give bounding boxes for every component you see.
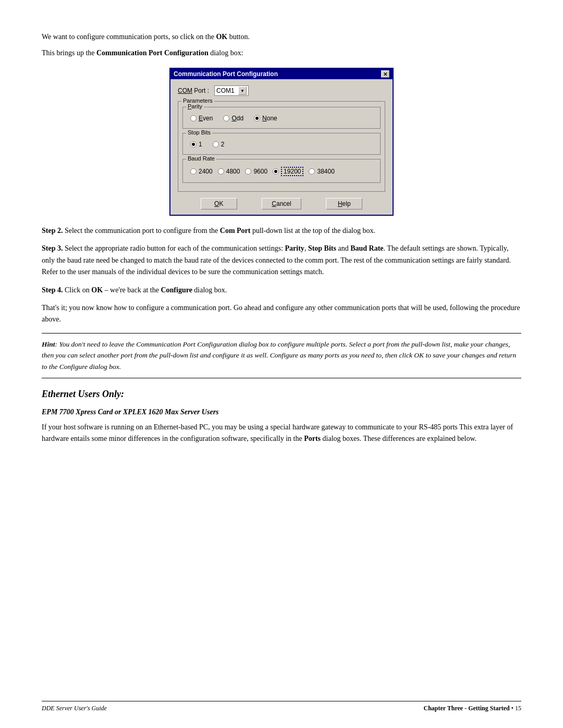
baud-19200-label: 19200	[281, 167, 303, 176]
step3-bold: Step 3.	[42, 244, 63, 252]
ethernet-section-heading: Ethernet Users Only:	[42, 389, 521, 400]
step4-text: Step 4. Click on OK – we're back at the …	[42, 285, 521, 296]
ports-bold: OK	[216, 33, 227, 41]
baud-9600-radio[interactable]	[245, 168, 251, 175]
step4-bold: Step 4.	[42, 286, 63, 294]
ports-bold-epm: Ports	[304, 435, 321, 442]
dialog-title: Communication Port Configuration	[174, 70, 278, 78]
stop-bits-bold: Stop Bits	[308, 244, 336, 252]
baud-rate-radio-row: 2400 4800 9600	[187, 165, 376, 178]
parity-none[interactable]: None	[254, 115, 277, 122]
intro-line2: This brings up the Communication Port Co…	[42, 47, 521, 58]
com-port-label: COM Port :	[178, 87, 209, 94]
com-port-value: COM1	[216, 87, 237, 94]
dialog-name-bold: Communication Port Configuration	[96, 49, 209, 57]
baud-9600-label: 9600	[253, 168, 267, 175]
hint-label: Hint: You don't need to leave the Commun…	[42, 340, 516, 371]
epm-body-text: If your host software is running on an E…	[42, 422, 521, 445]
footer-chapter: Chapter Three - Getting Started	[423, 705, 509, 712]
cancel-button[interactable]: Cancel	[262, 198, 301, 209]
baud-19200-radio[interactable]	[273, 168, 279, 175]
dialog-titlebar: Communication Port Configuration ✕	[170, 69, 393, 79]
stop-bits-1[interactable]: 1	[190, 141, 202, 148]
parity-odd-label: Odd	[231, 115, 243, 122]
hint-box: Hint: You don't need to leave the Commun…	[42, 333, 521, 378]
step2-bold: Step 2.	[42, 227, 63, 235]
parity-even-label: Even	[199, 115, 213, 122]
baud-38400[interactable]: 38400	[309, 168, 334, 175]
baud-rate-group: Baud Rate 2400 4800	[182, 159, 381, 183]
stop-bits-1-radio[interactable]	[190, 141, 197, 147]
parity-none-label: None	[262, 115, 277, 122]
baud-rate-options: 2400 4800 9600	[187, 165, 376, 178]
dialog-body: COM Port : COM1 ▼ Parameters Parity	[170, 79, 393, 215]
baud-2400[interactable]: 2400	[190, 168, 213, 175]
parity-options: Even Odd None	[187, 113, 376, 124]
baud-4800[interactable]: 4800	[218, 168, 240, 175]
ok-bold: OK	[91, 286, 103, 294]
baud-38400-label: 38400	[317, 168, 334, 175]
parity-even[interactable]: Even	[190, 115, 213, 122]
ok-button[interactable]: OK	[201, 198, 237, 209]
epm-subheading: EPM 7700 Xpress Card or XPLEX 1620 Max S…	[42, 408, 521, 416]
stop-bits-group-label: Stop Bits	[186, 129, 212, 135]
step3-text: Step 3. Select the appropriate radio but…	[42, 243, 521, 278]
stop-bits-2-radio[interactable]	[213, 141, 219, 147]
baud-19200[interactable]: 19200	[273, 167, 303, 176]
baud-2400-radio[interactable]	[190, 168, 197, 175]
stop-bits-group: Stop Bits 1 2	[182, 133, 381, 155]
page-footer: DDE Server User's Guide Chapter Three - …	[42, 701, 521, 712]
help-button[interactable]: Help	[326, 198, 362, 209]
dropdown-arrow-icon[interactable]: ▼	[238, 87, 247, 95]
stop-bits-2-label: 2	[221, 141, 225, 148]
baud-4800-label: 4800	[226, 168, 240, 175]
baud-2400-label: 2400	[199, 168, 213, 175]
intro-line1: We want to configure communication ports…	[42, 31, 521, 42]
stop-bits-1-label: 1	[199, 141, 202, 148]
parity-none-radio[interactable]	[254, 115, 260, 121]
comm-port-dialog: Communication Port Configuration ✕ COM P…	[169, 68, 394, 216]
com-port-bold: Com Port	[220, 227, 251, 235]
parity-odd[interactable]: Odd	[223, 115, 243, 122]
parity-section: Parity Even Odd	[182, 107, 381, 183]
baud-38400-radio[interactable]	[309, 168, 315, 175]
parity-group: Parity Even Odd	[182, 107, 381, 129]
stop-bits-radio-row: 1 2	[187, 139, 376, 150]
page-content: We want to configure communication ports…	[0, 0, 563, 481]
parity-radio-row: Even Odd None	[187, 113, 376, 124]
baud-rate-group-label: Baud Rate	[186, 155, 216, 162]
com-port-row: COM Port : COM1 ▼	[178, 85, 385, 96]
parity-even-radio[interactable]	[190, 115, 197, 121]
step2-text: Step 2. Select the communication port to…	[42, 225, 521, 237]
baud-9600[interactable]: 9600	[245, 168, 267, 175]
parity-bold: Parity	[285, 244, 304, 252]
parameters-group: Parameters Parity Even	[178, 101, 385, 192]
stop-bits-2[interactable]: 2	[213, 141, 225, 148]
com-port-dropdown[interactable]: COM1 ▼	[214, 85, 249, 96]
footer-left: DDE Server User's Guide	[42, 705, 107, 712]
baud-4800-radio[interactable]	[218, 168, 224, 175]
step4-followup: That's it; you now know how to configure…	[42, 302, 521, 326]
baud-rate-bold: Baud Rate	[350, 244, 383, 252]
parity-group-label: Parity	[186, 103, 204, 109]
configure-bold: Configure	[161, 286, 192, 294]
parity-odd-radio[interactable]	[223, 115, 229, 121]
footer-right: Chapter Three - Getting Started • 15	[423, 705, 521, 712]
dialog-buttons: OK Cancel Help	[178, 198, 385, 209]
footer-page: • 15	[510, 705, 521, 712]
stop-bits-options: 1 2	[187, 139, 376, 150]
dialog-close-button[interactable]: ✕	[381, 70, 389, 78]
